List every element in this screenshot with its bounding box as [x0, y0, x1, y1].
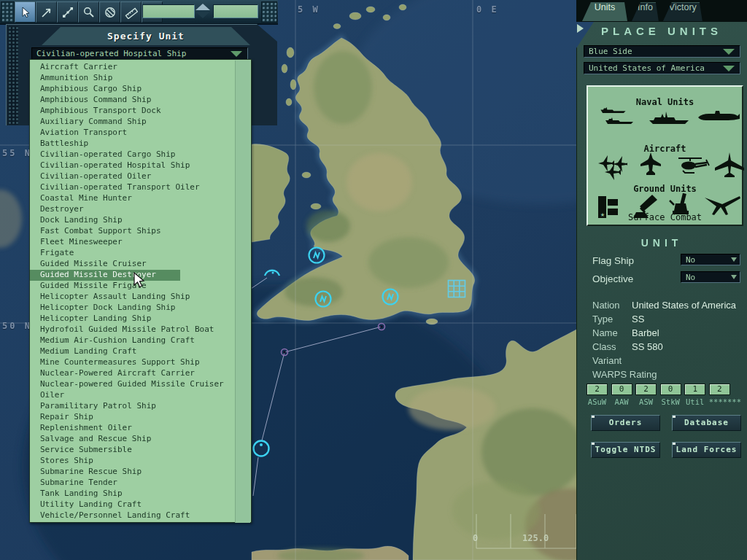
ship-type-option[interactable]: Medium Air-Cushion Landing Craft [30, 335, 251, 346]
sidebar-button[interactable]: Land Forces [672, 442, 741, 458]
info-value: Barbel [632, 327, 659, 341]
ship-type-option[interactable]: Coastal Mine Hunter [30, 193, 251, 204]
hatched-area-icon [104, 6, 117, 19]
info-value: SS 580 [632, 341, 663, 355]
ship-type-option[interactable]: Replenishment Oiler [30, 423, 251, 434]
info-label: Name [592, 327, 632, 341]
dialog-frame [8, 26, 18, 125]
ship-type-option[interactable]: Civilian-operated Oiler [30, 171, 251, 182]
chevron-down-icon [731, 275, 737, 279]
ship-type-dropdown-list: Aircraft Carrier Ammunition Ship Amphibi… [29, 59, 252, 523]
ship-type-option[interactable]: Medium Landing Craft [30, 346, 251, 357]
ship-type-option[interactable]: Nuclear-powered Guided Missile Cruiser [30, 379, 251, 390]
carrier-group-icon[interactable] [594, 107, 638, 128]
coordinate-field-1[interactable] [142, 4, 195, 18]
line-tool-button[interactable] [36, 1, 57, 23]
flagship-combobox[interactable]: No [681, 254, 740, 265]
ship-type-option[interactable]: Tank Landing Ship [30, 489, 251, 499]
ship-type-option[interactable]: Destroyer [30, 204, 251, 215]
ship-type-option[interactable]: Helicopter Landing Ship [30, 314, 251, 324]
sidebar-tab[interactable]: Victory [663, 2, 703, 21]
sidebar-button[interactable]: Orders [591, 415, 660, 431]
warps-label: ******* [709, 397, 741, 406]
ship-type-option[interactable]: Ammunition Ship [30, 73, 251, 84]
ship-type-option[interactable]: Frigate [30, 248, 251, 259]
installation-symbol[interactable] [449, 281, 465, 298]
warps-value-box[interactable]: 2 [709, 384, 730, 395]
ship-type-option[interactable]: Repair Ship [30, 412, 251, 423]
dropdown-scrollbar[interactable] [235, 61, 250, 523]
sidebar-button[interactable]: Toggle NTDS [591, 442, 660, 458]
ship-type-option[interactable]: Amphibious Cargo Ship [30, 84, 251, 95]
ship-type-option[interactable]: Civilian-operated Cargo Ship [30, 149, 251, 160]
ship-type-option[interactable]: Submarine Rescue Ship [30, 467, 251, 478]
ship-type-option[interactable]: Fast Combat Support Ships [30, 226, 251, 237]
ship-type-option[interactable]: Oiler [30, 390, 251, 401]
app-window: 5 W 0 E 55 N 50 N 0 125.0 [0, 0, 747, 560]
ship-type-option[interactable]: Salvage and Rescue Ship [30, 434, 251, 445]
unit-info-row: Nation United States of America [592, 300, 743, 314]
line-arrow-icon [40, 6, 53, 19]
side-combobox[interactable]: Blue Side [584, 45, 740, 58]
ship-type-combobox[interactable]: Civilian-operated Hospital Ship [31, 47, 248, 60]
helicopter-icon[interactable] [674, 155, 711, 176]
area-tool-button[interactable] [99, 1, 120, 23]
ship-type-option[interactable]: Vehicle/Personnel Landing Craft [30, 510, 251, 521]
warps-value-box[interactable]: 1 [684, 384, 705, 395]
warps-value-box[interactable]: 0 [611, 384, 632, 395]
fighter-icon[interactable] [636, 151, 665, 177]
ship-type-option[interactable]: Auxiliary Command Ship [30, 117, 251, 128]
unit-info-row: Name Barbel [592, 327, 743, 341]
warps-value-box[interactable]: 0 [660, 384, 681, 395]
ship-type-option[interactable]: Battleship [30, 139, 251, 149]
field-spinner[interactable] [196, 4, 210, 18]
ship-type-option[interactable]: Utility Landing Craft [30, 499, 251, 510]
toolbar-grip[interactable] [261, 1, 277, 23]
sidebar: Units Info Victory PLACE UNITS Blue Side… [576, 0, 747, 560]
measure-icon [61, 6, 74, 19]
flagship-label: Flag Ship [592, 255, 634, 266]
ship-type-option[interactable]: Amphibious Transport Dock [30, 106, 251, 117]
ship-type-option[interactable]: Nuclear-Powered Aircraft Carrier [30, 368, 251, 379]
toolbar-grip[interactable] [1, 1, 15, 23]
ship-type-option[interactable]: Submarine Tender [30, 478, 251, 489]
ship-type-option[interactable]: Civilian-operated Hospital Ship [30, 160, 251, 171]
warps-value-box[interactable]: 2 [587, 384, 608, 395]
coordinate-field-2[interactable] [213, 4, 258, 18]
ship-type-option[interactable]: Civilian-operated Transport Oiler [30, 182, 251, 193]
ship-type-option[interactable]: Stores Ship [30, 456, 251, 467]
naval-units-label: Naval Units [588, 97, 742, 107]
info-label: Type [592, 314, 632, 327]
objective-combobox[interactable]: No [681, 271, 740, 283]
ship-type-option[interactable]: Helicopter Dock Landing Ship [30, 303, 251, 314]
submarine-icon[interactable] [696, 110, 741, 125]
ship-type-option[interactable]: Fleet Minesweeper [30, 237, 251, 248]
ruler-tool-button[interactable] [120, 1, 142, 23]
measure-tool-button[interactable] [57, 1, 78, 23]
nation-combobox[interactable]: United States of America [584, 62, 740, 74]
ship-type-option[interactable]: Aviation Transport [30, 128, 251, 139]
select-tool-button[interactable] [15, 1, 36, 23]
ship-type-option[interactable]: Aircraft Carrier [30, 62, 251, 73]
sidebar-tab[interactable]: Info [632, 2, 659, 21]
ship-type-option[interactable]: Helicopter Assault Landing Ship [30, 292, 251, 303]
ship-type-option[interactable]: Guided Missile Destroyer [30, 270, 180, 281]
ship-type-option[interactable]: Mine Countermeasures Support Ship [30, 357, 251, 368]
magnifier-icon [82, 6, 96, 19]
sidebar-tab[interactable]: Units [582, 2, 627, 21]
aircraft-group-icon[interactable] [594, 154, 627, 180]
sidebar-button[interactable]: Database [672, 415, 741, 431]
ship-type-option[interactable]: Dock Landing Ship [30, 215, 251, 226]
transport-aircraft-icon[interactable] [713, 151, 746, 179]
info-value: SS [632, 314, 644, 327]
ship-type-option[interactable]: Paramilitary Patrol Ship [30, 401, 251, 412]
ship-type-option[interactable]: Hydrofoil Guided Missile Patrol Boat [30, 324, 251, 335]
surface-ship-icon[interactable] [646, 107, 692, 128]
spinner-down-icon [196, 12, 210, 18]
zoom-tool-button[interactable] [78, 1, 99, 23]
ship-type-option[interactable]: Service Submersible [30, 445, 251, 456]
ship-type-option[interactable]: Guided Missile Cruiser [30, 259, 251, 270]
ship-type-option[interactable]: Amphibious Command Ship [30, 95, 251, 106]
warps-value-box[interactable]: 2 [635, 384, 657, 395]
warps-cell: 2 ASuW [587, 384, 608, 406]
